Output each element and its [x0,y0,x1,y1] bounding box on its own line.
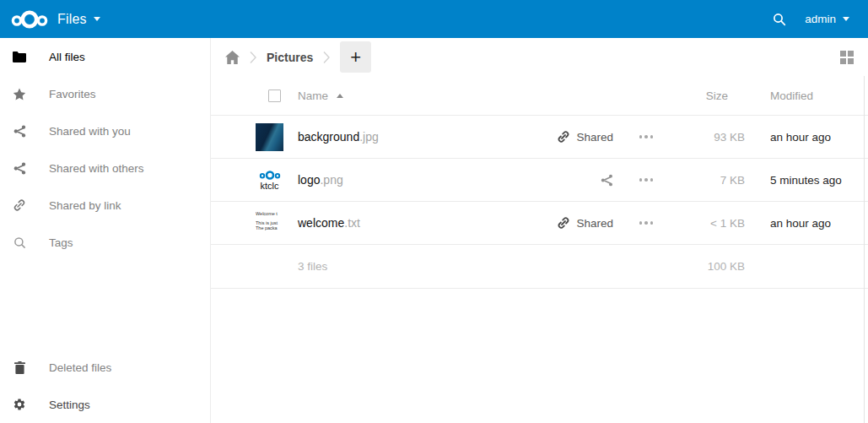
thumbnail-text: ktclc [261,182,279,191]
file-modified: 5 minutes ago [770,174,868,187]
file-actions [601,174,654,187]
sidebar-item-shared-with-you[interactable]: Shared with you [0,112,210,149]
share-icon [12,125,27,138]
app-navigation: All files Favorites Shared with you Shar… [0,38,211,423]
new-file-button[interactable]: + [340,41,371,73]
scrollbar[interactable] [864,76,865,423]
file-name-cell: logo .png [298,173,654,187]
share-button[interactable] [601,174,613,187]
file-actions: Shared [557,130,654,144]
file-size: 93 KB [654,131,745,144]
grid-view-toggle-icon[interactable] [840,51,854,64]
sidebar-item-shared-with-others[interactable]: Shared with others [0,149,210,187]
share-icon [12,162,27,175]
home-icon[interactable] [225,51,240,64]
trash-icon [12,361,27,374]
sidebar-item-shared-by-link[interactable]: Shared by link [0,187,210,224]
table-row-welcome-txt[interactable]: Welcome t This is just The packa welcome… [211,202,868,245]
sidebar-item-favorites[interactable]: Favorites [0,75,210,112]
file-modified: an hour ago [770,217,868,230]
sort-ascending-icon [337,94,343,98]
table-row-background-jpg[interactable]: background .jpg Shared 93 KB an hour ago [211,116,868,159]
file-extension[interactable]: .jpg [359,130,379,144]
file-name-cell: welcome .txt Shared [298,216,654,230]
sidebar-item-label: All files [49,51,85,63]
summary-total-size: 100 KB [654,260,745,273]
chevron-right-icon [250,51,256,64]
sidebar-item-label: Deleted files [49,361,111,374]
more-actions-icon[interactable] [639,221,654,225]
file-name-cell: background .jpg Shared [298,130,654,144]
sidebar-bottom: Deleted files Settings [0,349,210,423]
more-actions-icon[interactable] [639,178,654,182]
chevron-down-icon[interactable] [843,17,849,21]
folder-icon [12,52,27,62]
summary-file-count: 3 files [298,260,327,273]
file-size: 7 KB [654,174,745,187]
breadcrumb: Pictures + [211,38,868,76]
chevron-down-icon[interactable] [94,17,100,21]
sidebar-item-label: Shared with others [49,162,144,175]
text-thumbnail[interactable]: Welcome t This is just The packa [256,209,283,237]
sidebar-item-label: Favorites [49,88,96,100]
files-content: Pictures + Name Size Modified background… [211,38,868,423]
more-actions-icon[interactable] [639,135,654,138]
top-bar: Files admin [0,0,868,38]
file-name[interactable]: welcome [298,216,344,230]
file-select-cell: Welcome t This is just The packa [211,209,298,237]
file-select-cell: ktclc [211,166,298,194]
sidebar-item-all-files[interactable]: All files [0,38,210,75]
sidebar-item-deleted-files[interactable]: Deleted files [0,349,210,386]
nextcloud-logo-icon [10,7,49,32]
name-header-label: Name [298,89,328,102]
shared-link-button[interactable]: Shared [557,130,613,144]
chevron-right-icon [323,51,330,64]
sidebar-item-tags[interactable]: Tags [0,224,210,261]
file-list-summary: 3 files 100 KB [211,245,868,289]
select-all-checkbox[interactable] [268,89,281,102]
breadcrumb-folder[interactable]: Pictures [267,51,313,64]
file-modified: an hour ago [770,131,868,144]
sidebar-item-settings[interactable]: Settings [0,386,210,423]
file-extension[interactable]: .txt [344,216,360,230]
shared-link-button[interactable]: Shared [557,216,613,230]
sidebar-item-label: Tags [49,236,73,249]
sidebar-item-label: Shared with you [49,125,131,138]
sidebar-item-label: Shared by link [49,199,121,212]
file-name[interactable]: logo [298,173,320,187]
column-header-name[interactable]: Name [298,89,343,102]
shared-label: Shared [576,131,613,144]
thumbnail-text-line: The packa [256,225,283,230]
file-size: < 1 KB [654,217,745,230]
file-extension[interactable]: .png [320,173,342,187]
gear-icon [12,398,27,411]
thumbnail-text-line: Welcome t [256,211,283,216]
column-header-modified[interactable]: Modified [770,89,868,102]
file-actions: Shared [557,216,654,230]
file-name[interactable]: background [298,130,359,144]
tag-search-icon [12,236,27,249]
app-menu-files[interactable]: Files [57,12,87,27]
file-select-cell [211,123,298,151]
shared-label: Shared [576,217,613,230]
star-icon [12,88,27,100]
file-table-header: Name Size Modified [211,76,868,116]
image-thumbnail[interactable]: ktclc [256,166,283,194]
search-icon[interactable] [773,13,786,26]
table-row-logo-png[interactable]: ktclc logo .png 7 KB 5 minutes ago [211,159,868,202]
image-thumbnail[interactable] [256,123,283,151]
sidebar-item-label: Settings [49,399,90,411]
column-header-size[interactable]: Size [654,89,745,102]
link-icon [12,198,27,212]
user-menu[interactable]: admin [805,13,836,25]
